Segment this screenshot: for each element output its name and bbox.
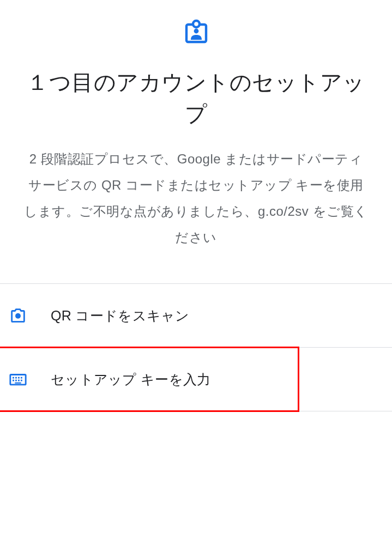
enter-key-option[interactable]: セットアップ キーを入力 [0,348,392,411]
svg-rect-10 [15,380,17,381]
scan-qr-option[interactable]: QR コードをスキャン [0,283,392,348]
page-title: １つ目のアカウントのセットアップ [22,66,370,130]
svg-rect-7 [18,377,20,379]
keyboard-icon [8,369,28,389]
enter-key-label: セットアップ キーを入力 [51,371,211,389]
svg-rect-6 [15,377,17,379]
svg-rect-12 [21,380,22,381]
svg-point-1 [193,21,200,27]
setup-options-list: QR コードをスキャン セットアップ キーを入力 [0,283,392,411]
scan-qr-label: QR コードをスキャン [51,307,190,325]
svg-rect-8 [21,377,22,379]
svg-rect-5 [13,377,14,379]
svg-rect-13 [15,383,21,384]
header-icon-wrapper [22,19,370,47]
svg-point-2 [194,29,198,34]
svg-point-3 [15,313,21,319]
account-box-icon [183,19,209,47]
svg-rect-9 [13,380,14,381]
svg-rect-11 [18,380,20,381]
camera-icon [8,306,28,325]
page-description: 2 段階認証プロセスで、Google またはサードパーティ サービスの QR コ… [22,146,370,251]
